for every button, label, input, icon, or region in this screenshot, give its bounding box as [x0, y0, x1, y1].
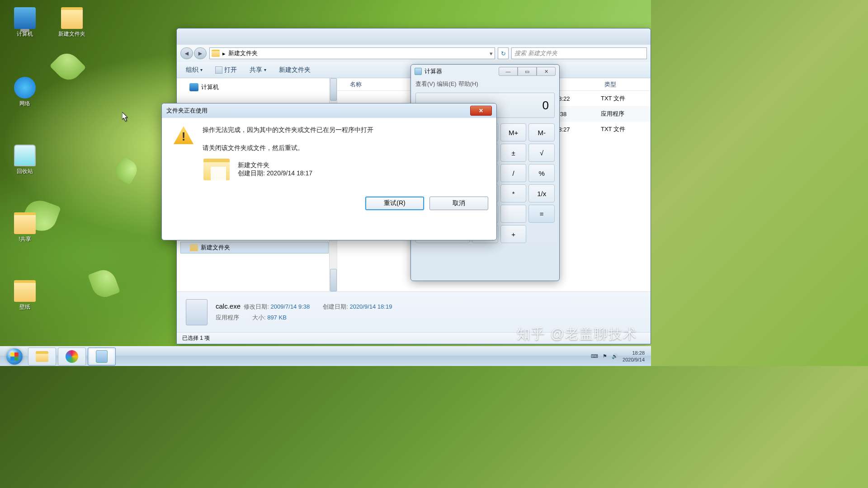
calc-file-icon	[186, 299, 208, 325]
desktop-icon-network[interactable]: 网络	[7, 77, 42, 108]
details-type: 应用程序	[216, 314, 239, 321]
calc-key-plus[interactable]: +	[500, 225, 527, 243]
taskbar-browser[interactable]	[58, 347, 86, 366]
menu-view[interactable]: 查看(V)	[415, 80, 435, 88]
toolbar-organize[interactable]: 组织▾	[186, 66, 203, 74]
taskbar: ⌨ ⚑ 🔊 18:28 2020/9/14	[0, 346, 651, 366]
volume-icon[interactable]: 🔊	[612, 353, 618, 359]
calc-key-sqrt[interactable]: √	[528, 144, 555, 162]
folder-inuse-dialog: 文件夹正在使用 ✕ 操作无法完成，因为其中的文件夹或文件已在另一程序中打开 请关…	[161, 103, 497, 240]
nav-back-button[interactable]: ◄	[180, 47, 193, 59]
flag-icon[interactable]: ⚑	[603, 353, 607, 359]
details-size: 897 KB	[267, 314, 287, 321]
desktop-icon-recyclebin[interactable]: 回收站	[7, 145, 42, 175]
warning-icon	[174, 126, 193, 144]
explorer-icon	[36, 351, 48, 362]
network-icon	[14, 77, 36, 99]
calc-key-div[interactable]: /	[500, 164, 527, 182]
open-icon	[215, 66, 222, 74]
desktop-icon-wallpaper[interactable]: 壁纸	[7, 280, 42, 311]
calculator-icon	[96, 350, 108, 363]
folder-icon	[14, 212, 36, 234]
scrollbar-thumb[interactable]	[330, 269, 337, 291]
maximize-button[interactable]: ▭	[518, 67, 537, 76]
close-button[interactable]: ✕	[537, 67, 556, 76]
dialog-folder-name: 新建文件夹	[238, 161, 312, 169]
folder-icon	[203, 159, 230, 180]
desktop-label: 回收站	[7, 168, 42, 175]
menu-help[interactable]: 帮助(H)	[458, 80, 478, 88]
minimize-button[interactable]: —	[499, 67, 518, 76]
desktop-label: 网络	[7, 100, 42, 108]
calc-menubar: 查看(V) 编辑(E) 帮助(H)	[411, 78, 559, 90]
windows-logo-icon	[6, 348, 23, 365]
nav-forward-button[interactable]: ►	[194, 47, 207, 59]
calc-titlebar[interactable]: 计算器 — ▭ ✕	[411, 65, 559, 78]
search-placeholder: 搜索 新建文件夹	[514, 49, 557, 57]
system-tray: ⌨ ⚑ 🔊 18:28 2020/9/14	[586, 350, 649, 363]
dialog-folder-date: 创建日期: 2020/9/14 18:17	[238, 169, 312, 178]
details-filename: calc.exe	[216, 302, 241, 310]
dialog-message-2: 请关闭该文件夹或文件，然后重试。	[203, 144, 373, 152]
dialog-title-text: 文件夹正在使用	[166, 107, 208, 115]
calc-key-minus[interactable]	[500, 205, 527, 223]
toolbar-newfolder[interactable]: 新建文件夹	[279, 66, 311, 74]
path-segment[interactable]: 新建文件夹	[228, 49, 258, 57]
menu-edit[interactable]: 编辑(E)	[437, 80, 456, 88]
desktop-label: 壁纸	[7, 303, 42, 311]
details-created: 2020/9/14 18:19	[349, 303, 392, 310]
start-button[interactable]	[2, 347, 27, 366]
explorer-titlebar[interactable]	[177, 28, 651, 45]
calc-key-plusminus[interactable]: ±	[500, 144, 527, 162]
dropdown-icon[interactable]: ▾	[490, 50, 493, 57]
tree-newfolder[interactable]: 新建文件夹	[180, 242, 329, 253]
calc-key-mplus[interactable]: M+	[500, 123, 527, 141]
calc-key-mminus[interactable]: M-	[528, 123, 555, 141]
calc-key-equals[interactable]: =	[528, 205, 555, 223]
path-separator: ▸	[222, 50, 226, 57]
address-bar[interactable]: ▸ 新建文件夹 ▾	[209, 47, 495, 59]
folder-icon	[212, 50, 220, 57]
toolbar-share[interactable]: 共享▾	[250, 66, 266, 74]
taskbar-explorer[interactable]	[28, 347, 56, 366]
desktop-label: 新建文件夹	[54, 30, 90, 38]
desktop-icon-computer[interactable]: 计算机	[7, 7, 42, 38]
folder-icon	[61, 7, 83, 29]
details-modified: 2009/7/14 9:38	[271, 303, 310, 310]
folder-icon	[14, 280, 36, 302]
col-type[interactable]: 类型	[601, 80, 651, 89]
cancel-button[interactable]: 取消	[429, 197, 488, 210]
calc-key-recip[interactable]: 1/x	[528, 184, 555, 202]
computer-icon	[14, 7, 36, 29]
search-input[interactable]: 搜索 新建文件夹	[511, 47, 647, 59]
desktop-icon-share[interactable]: !共享	[7, 212, 42, 243]
tray-date: 2020/9/14	[623, 357, 645, 363]
computer-icon	[189, 83, 198, 91]
calculator-icon	[415, 68, 422, 75]
desktop-icon-newfolder[interactable]: 新建文件夹	[54, 7, 90, 38]
calc-key-percent[interactable]: %	[528, 164, 555, 182]
desktop-label: !共享	[7, 235, 42, 243]
dialog-titlebar[interactable]: 文件夹正在使用 ✕	[162, 103, 496, 118]
tree-computer[interactable]: 计算机	[177, 82, 337, 93]
dialog-message-1: 操作无法完成，因为其中的文件夹或文件已在另一程序中打开	[203, 126, 373, 134]
calc-title-text: 计算器	[425, 67, 442, 75]
retry-button[interactable]: 重试(R)	[365, 197, 424, 210]
folder-icon	[190, 244, 198, 251]
recyclebin-icon	[14, 145, 36, 166]
tray-time: 18:28	[623, 350, 645, 356]
browser-icon	[66, 350, 78, 363]
dialog-close-button[interactable]: ✕	[470, 106, 492, 116]
tray-clock[interactable]: 18:28 2020/9/14	[623, 350, 645, 363]
refresh-button[interactable]: ↻	[498, 47, 509, 59]
taskbar-calculator[interactable]	[88, 347, 116, 366]
explorer-navbar: ◄ ► ▸ 新建文件夹 ▾ ↻ 搜索 新建文件夹	[177, 45, 651, 62]
scrollbar-thumb[interactable]	[330, 78, 337, 101]
toolbar-open[interactable]: 打开	[215, 66, 237, 74]
calc-key-mul[interactable]: *	[500, 184, 527, 202]
watermark: 知乎 @老盖聊技术	[517, 325, 637, 343]
keyboard-icon[interactable]: ⌨	[591, 353, 598, 359]
